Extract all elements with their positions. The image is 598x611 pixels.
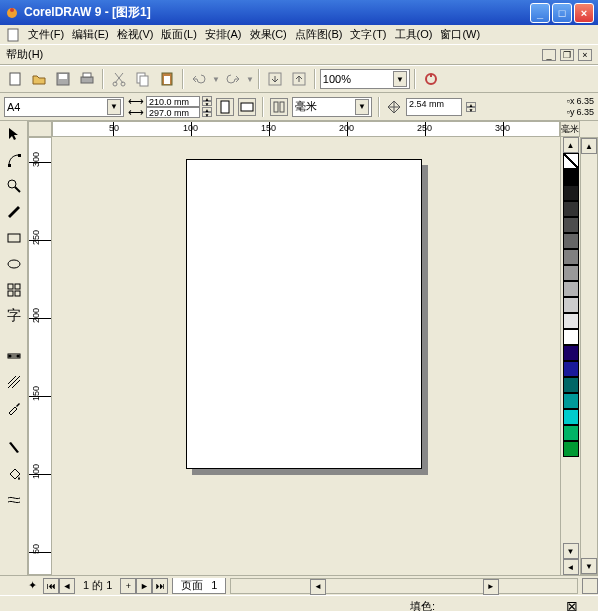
swatch-2[interactable] [563, 201, 579, 217]
width-spin-down[interactable]: ▼ [202, 101, 212, 106]
outline-tool[interactable] [3, 437, 25, 459]
menu-layout[interactable]: 版面(L) [161, 27, 196, 42]
scroll-up-button[interactable]: ▲ [581, 138, 597, 154]
menu-bitmaps[interactable]: 点阵图(B) [295, 27, 343, 42]
new-button[interactable] [4, 68, 26, 90]
shape-tool[interactable] [3, 149, 25, 171]
svg-rect-23 [8, 234, 20, 242]
menu-effects[interactable]: 效果(C) [250, 27, 287, 42]
maximize-button[interactable]: □ [552, 3, 572, 23]
undo-button[interactable] [188, 68, 210, 90]
paper-size-combo[interactable]: A4 ▼ [4, 97, 124, 117]
pick-tool[interactable] [3, 123, 25, 145]
zoom-tool[interactable] [3, 175, 25, 197]
swatch-9[interactable] [563, 313, 579, 329]
height-spin-down[interactable]: ▼ [202, 112, 212, 117]
prev-page-button[interactable]: ◄ [59, 578, 75, 594]
interactive-transparency-tool[interactable] [3, 371, 25, 393]
vertical-scrollbar[interactable]: ▲ ▼ [580, 137, 598, 575]
swatch-1[interactable] [563, 185, 579, 201]
mdi-minimize-button[interactable]: _ [542, 49, 556, 61]
swatch-8[interactable] [563, 297, 579, 313]
page-tab[interactable]: 页面 1 [172, 578, 226, 594]
zoom-combo[interactable]: 100% ▼ [320, 69, 410, 89]
swatch-0[interactable] [563, 169, 579, 185]
scroll-down-button[interactable]: ▼ [581, 558, 597, 574]
menu-tools[interactable]: 工具(O) [395, 27, 433, 42]
palette-scroll-up[interactable]: ▲ [563, 137, 579, 153]
canvas[interactable] [52, 137, 560, 575]
page[interactable] [186, 159, 422, 469]
swatch-6[interactable] [563, 265, 579, 281]
swatch-13[interactable] [563, 377, 579, 393]
app-launcher-button[interactable] [420, 68, 442, 90]
svg-rect-26 [15, 284, 20, 289]
scroll-right-button[interactable]: ► [483, 579, 499, 595]
menu-view[interactable]: 检视(V) [117, 27, 154, 42]
menu-arrange[interactable]: 安排(A) [205, 27, 242, 42]
paste-button[interactable] [156, 68, 178, 90]
palette-scroll-down[interactable]: ▼ [563, 543, 579, 559]
vertical-ruler[interactable]: 300 250 200 150 100 50 [28, 137, 52, 575]
swatch-12[interactable] [563, 361, 579, 377]
save-button[interactable] [52, 68, 74, 90]
page-navigator: ✦ ⏮ ◄ 1 的 1 + ► ⏭ 页面 1 ◄ ► [0, 575, 598, 595]
ruler-origin[interactable] [28, 121, 52, 137]
cut-button[interactable] [108, 68, 130, 90]
next-page-button[interactable]: ► [136, 578, 152, 594]
units-value: 毫米 [295, 99, 317, 114]
swatch-4[interactable] [563, 233, 579, 249]
rectangle-tool[interactable] [3, 227, 25, 249]
paper-height-input[interactable]: 297.0 mm [146, 107, 200, 118]
palette-flyout[interactable]: ◄ [563, 559, 579, 575]
swatch-16[interactable] [563, 425, 579, 441]
print-button[interactable] [76, 68, 98, 90]
mdi-restore-button[interactable]: ❐ [560, 49, 574, 61]
minimize-button[interactable]: _ [530, 3, 550, 23]
interactive-mesh-tool[interactable] [3, 489, 25, 511]
units-combo[interactable]: 毫米 ▼ [292, 97, 372, 117]
ellipse-tool[interactable] [3, 253, 25, 275]
paper-width-input[interactable]: 210.0 mm [146, 96, 200, 107]
svg-rect-18 [274, 102, 278, 112]
mdi-close-button[interactable]: × [578, 49, 592, 61]
horizontal-scrollbar[interactable]: ◄ ► [230, 578, 578, 594]
interactive-fill-tool[interactable] [3, 345, 25, 367]
nudge-input[interactable]: 2.54 mm [406, 98, 462, 116]
polygon-tool[interactable] [3, 279, 25, 301]
freehand-tool[interactable] [3, 201, 25, 223]
import-button[interactable] [264, 68, 286, 90]
page-setup-button[interactable] [270, 98, 288, 116]
open-button[interactable] [28, 68, 50, 90]
close-button[interactable]: × [574, 3, 594, 23]
scroll-left-button[interactable]: ◄ [310, 579, 326, 595]
last-page-button[interactable]: ⏭ [152, 578, 168, 594]
swatch-5[interactable] [563, 249, 579, 265]
landscape-button[interactable] [238, 98, 256, 116]
export-button[interactable] [288, 68, 310, 90]
portrait-button[interactable] [216, 98, 234, 116]
menu-window[interactable]: 窗口(W) [440, 27, 480, 42]
menu-file[interactable]: 文件(F) [28, 27, 64, 42]
swatch-7[interactable] [563, 281, 579, 297]
text-tool[interactable]: 字 [3, 305, 25, 327]
redo-button[interactable] [222, 68, 244, 90]
eyedropper-tool[interactable] [3, 397, 25, 419]
add-page-button[interactable]: + [120, 578, 136, 594]
menu-help[interactable]: 帮助(H) [6, 47, 43, 62]
swatch-nofill[interactable] [563, 153, 579, 169]
menu-text[interactable]: 文字(T) [350, 27, 386, 42]
duplicate-offset: ▫x6.35 ▫y6.35 [567, 96, 594, 118]
nudge-spin-down[interactable]: ▼ [466, 107, 476, 112]
swatch-17[interactable] [563, 441, 579, 457]
copy-button[interactable] [132, 68, 154, 90]
swatch-3[interactable] [563, 217, 579, 233]
swatch-11[interactable] [563, 345, 579, 361]
swatch-14[interactable] [563, 393, 579, 409]
first-page-button[interactable]: ⏮ [43, 578, 59, 594]
menu-edit[interactable]: 编辑(E) [72, 27, 109, 42]
swatch-15[interactable] [563, 409, 579, 425]
horizontal-ruler[interactable]: 50 100 150 200 250 300 [52, 121, 560, 137]
swatch-10[interactable] [563, 329, 579, 345]
fill-tool[interactable] [3, 463, 25, 485]
